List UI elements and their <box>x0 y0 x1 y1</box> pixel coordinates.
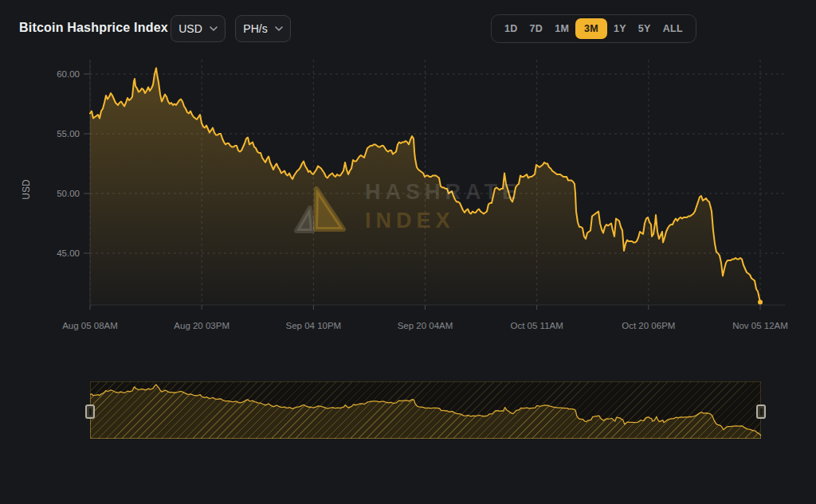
navigator-handle-left[interactable] <box>85 404 95 419</box>
x-tick-label: Oct 05 11AM <box>511 321 563 330</box>
y-tick-label: 50.00 <box>57 189 80 198</box>
x-tick-label: Aug 05 08AM <box>62 321 118 330</box>
navigator-handle-right[interactable] <box>756 404 766 419</box>
endpoint-dot <box>758 300 763 305</box>
hashprice-chart-page: Bitcoin Hashprice Index USD PH/s 1D7D1M3… <box>0 0 816 504</box>
x-tick-label: Aug 20 03PM <box>174 321 230 330</box>
y-tick-label: 60.00 <box>57 69 80 79</box>
price-area <box>90 68 760 306</box>
x-tick-label: Oct 20 06PM <box>622 321 675 330</box>
y-tick-label: 45.00 <box>57 248 80 258</box>
navigator-track[interactable] <box>90 381 761 439</box>
main-chart[interactable]: 60.0055.0050.0045.00Aug 05 08AMAug 20 03… <box>0 0 816 366</box>
x-tick-label: Sep 20 04AM <box>398 321 453 330</box>
x-tick-label: Nov 05 12AM <box>732 321 788 330</box>
y-tick-label: 55.00 <box>57 129 80 139</box>
x-tick-label: Sep 04 10PM <box>285 321 341 330</box>
